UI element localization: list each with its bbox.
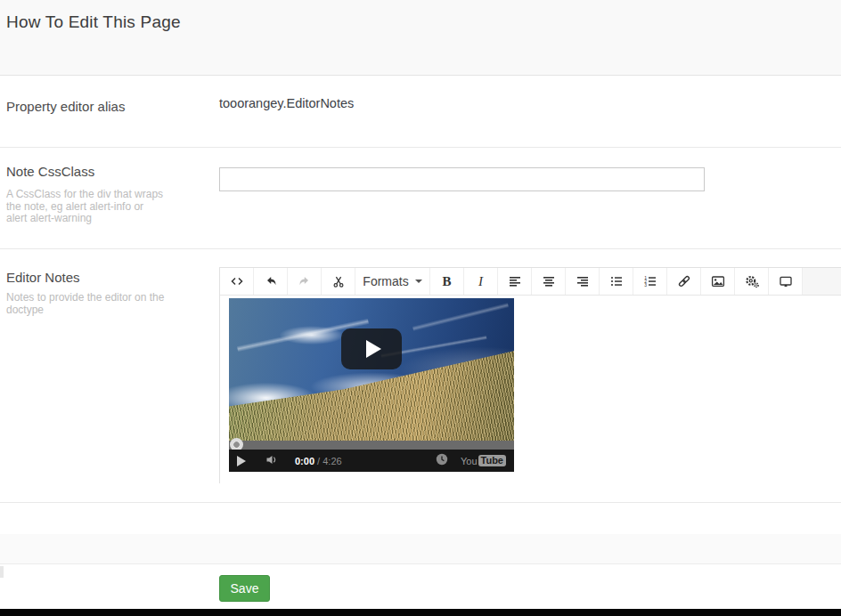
- embed-button[interactable]: [769, 268, 803, 295]
- note-cssclass-row: Note CssClass A CssClass for the div tha…: [0, 148, 841, 249]
- time-separator: /: [314, 456, 323, 466]
- gear-icon: [745, 274, 759, 288]
- youtube-video-embed: 0:00 / 4:26 You Tube: [229, 298, 514, 472]
- align-left-icon: [508, 274, 522, 288]
- footer-band: [0, 534, 841, 564]
- page-title: How To Edit This Page: [6, 12, 181, 32]
- numbered-list-icon: 123: [643, 274, 657, 288]
- image-button[interactable]: [701, 268, 735, 295]
- link-icon: [677, 274, 691, 288]
- bold-icon: B: [442, 274, 451, 289]
- page-header: How To Edit This Page: [0, 0, 841, 76]
- chevron-down-icon: [415, 280, 422, 283]
- rte-toolbar-buttons: Formats B I: [220, 268, 803, 295]
- align-left-button[interactable]: [498, 268, 532, 295]
- editor-notes-description: Notes to provide the editor on the docty…: [6, 292, 165, 316]
- left-edge-artifact: [0, 566, 4, 578]
- redo-button[interactable]: [288, 268, 322, 295]
- video-control-bar: 0:00 / 4:26 You Tube: [229, 450, 514, 472]
- video-thumbnail: [229, 298, 514, 441]
- player-play-button[interactable]: [237, 456, 246, 466]
- property-editor-alias-row: Property editor alias tooorangey.EditorN…: [0, 76, 841, 148]
- italic-button[interactable]: I: [464, 268, 498, 295]
- property-editor-alias-value: tooorangey.EditorNotes: [219, 96, 354, 110]
- video-scrubber[interactable]: [229, 441, 514, 450]
- monitor-icon: [779, 274, 793, 288]
- property-editor-alias-label: Property editor alias: [6, 99, 125, 114]
- align-right-button[interactable]: [566, 268, 600, 295]
- save-button[interactable]: Save: [219, 575, 270, 602]
- align-right-icon: [576, 274, 590, 288]
- align-center-icon: [542, 274, 556, 288]
- note-cssclass-description: A CssClass for the div that wraps the no…: [6, 189, 165, 225]
- play-icon: [366, 340, 381, 358]
- italic-icon: I: [478, 274, 483, 289]
- rte-content-area[interactable]: 0:00 / 4:26 You Tube: [220, 298, 841, 486]
- note-cssclass-input[interactable]: [219, 167, 705, 191]
- cloud-wisp: [412, 303, 509, 331]
- svg-text:3: 3: [644, 282, 647, 288]
- youtube-logo-you: You: [461, 456, 478, 466]
- source-code-icon: [230, 274, 244, 288]
- numbered-list-button[interactable]: 123: [633, 268, 667, 295]
- link-button[interactable]: [667, 268, 701, 295]
- bottom-bar: [0, 609, 841, 616]
- youtube-logo-tube: Tube: [478, 455, 506, 466]
- note-cssclass-label: Note CssClass: [6, 164, 94, 179]
- video-time: 0:00 / 4:26: [295, 456, 342, 466]
- volume-icon[interactable]: [265, 453, 279, 469]
- align-center-button[interactable]: [532, 268, 566, 295]
- rich-text-editor: Formats B I: [219, 267, 841, 483]
- macro-button[interactable]: [735, 268, 769, 295]
- grass-foreground: [229, 298, 514, 441]
- bullet-list-button[interactable]: [600, 268, 633, 295]
- editor-notes-label: Editor Notes: [6, 270, 80, 285]
- redo-icon: [298, 274, 312, 288]
- bold-button[interactable]: B: [430, 268, 464, 295]
- source-code-button[interactable]: [220, 268, 254, 295]
- cut-scissors-icon: [331, 274, 346, 288]
- formats-dropdown[interactable]: Formats: [355, 268, 430, 295]
- undo-icon: [264, 274, 278, 288]
- formats-label: Formats: [363, 274, 408, 288]
- undo-button[interactable]: [254, 268, 288, 295]
- bullet-list-icon: [609, 274, 624, 288]
- video-duration: 4:26: [323, 456, 341, 466]
- rte-toolbar: Formats B I: [220, 268, 841, 296]
- watch-later-clock-icon[interactable]: [436, 453, 448, 469]
- video-play-overlay-button[interactable]: [341, 328, 402, 369]
- video-current-time: 0:00: [295, 456, 314, 466]
- cut-button[interactable]: [322, 268, 355, 295]
- image-icon: [711, 274, 725, 288]
- youtube-logo[interactable]: You Tube: [461, 455, 506, 466]
- editor-notes-row: Editor Notes Notes to provide the editor…: [0, 249, 841, 503]
